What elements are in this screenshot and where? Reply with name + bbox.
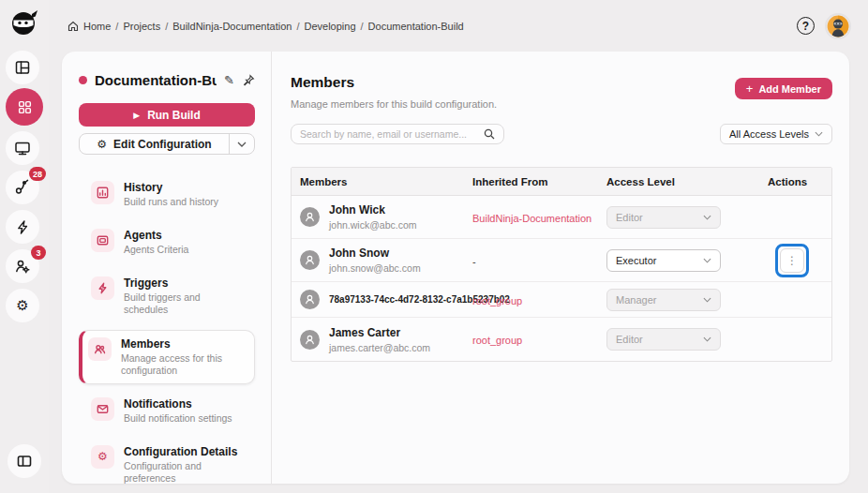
breadcrumb-item-documentation-build[interactable]: Documentation-Build bbox=[368, 21, 464, 32]
monitor-icon bbox=[14, 140, 31, 157]
config-sidebar: Documentation-Bu... ✎ ▶ Run Build ⚙ Edit… bbox=[62, 52, 272, 484]
edit-configuration-button: ⚙ Edit Configuration bbox=[79, 133, 255, 155]
home-icon bbox=[67, 21, 79, 32]
sidebar-item-configuration-details[interactable]: ⚙ Configuration Details Configuration an… bbox=[79, 438, 255, 484]
gear-icon: ⚙ bbox=[97, 139, 107, 150]
member-avatar bbox=[300, 207, 320, 227]
chevron-down-icon bbox=[703, 215, 711, 220]
search-input[interactable] bbox=[300, 128, 478, 140]
add-member-button[interactable]: + Add Member bbox=[735, 78, 832, 99]
rail-item-actions[interactable] bbox=[6, 210, 39, 244]
member-email: john.snow@abc.com bbox=[329, 262, 421, 274]
access-level-select: Editor bbox=[606, 206, 721, 229]
play-icon: ▶ bbox=[133, 111, 140, 120]
notification-badge: 3 bbox=[31, 246, 46, 260]
page-title: Members bbox=[291, 74, 497, 91]
inherited-from-link[interactable]: BuildNinja-Documentation bbox=[472, 213, 591, 224]
breadcrumb-item-buildninja-documentation[interactable]: BuildNinja-Documentation bbox=[172, 21, 292, 32]
table-row: John Wick john.wick@abc.com BuildNinja-D… bbox=[292, 196, 831, 239]
rail-item-dashboard[interactable] bbox=[6, 51, 39, 84]
table-row: James Carter james.carter@abc.com root_g… bbox=[292, 318, 831, 361]
inherited-from-link[interactable]: root_group bbox=[472, 335, 522, 346]
breadcrumb-separator: / bbox=[115, 21, 118, 32]
members-content: Members Manage members for this build co… bbox=[272, 52, 849, 484]
col-actions: Actions bbox=[768, 176, 831, 187]
edit-configuration-dropdown[interactable] bbox=[229, 134, 254, 154]
sidebar-item-agents[interactable]: Agents Agents Criteria bbox=[79, 221, 255, 263]
access-level-value: Executor bbox=[616, 255, 656, 266]
col-inherited-from: Inherited From bbox=[472, 176, 606, 187]
config-nav: History Build runs and history Agents Ag… bbox=[79, 173, 255, 484]
user-avatar[interactable] bbox=[827, 15, 849, 37]
page-subtitle: Manage members for this build configurat… bbox=[291, 98, 497, 110]
rail-item-users[interactable]: 3 bbox=[6, 249, 39, 283]
access-level-value: Editor bbox=[616, 334, 643, 345]
plus-icon: + bbox=[746, 82, 754, 96]
member-name: James Carter bbox=[329, 326, 430, 339]
rail-item-builds[interactable]: 28 bbox=[6, 171, 39, 204]
breadcrumb: Home/Projects/BuildNinja-Documentation/D… bbox=[67, 21, 464, 32]
breadcrumb-separator: / bbox=[165, 21, 168, 32]
topbar: Home/Projects/BuildNinja-Documentation/D… bbox=[49, 0, 868, 52]
config-title: Documentation-Bu... bbox=[95, 72, 217, 88]
ninja-logo[interactable] bbox=[8, 7, 40, 38]
members-table: Members Inherited From Access Level Acti… bbox=[291, 167, 832, 362]
member-name: John Wick bbox=[329, 203, 417, 217]
rail-item-settings[interactable]: ⚙ bbox=[6, 289, 39, 322]
access-level-value: Editor bbox=[616, 212, 643, 223]
config-icon: ⚙ bbox=[91, 445, 114, 469]
apps-grid-icon bbox=[17, 99, 33, 115]
help-button[interactable]: ? bbox=[797, 17, 815, 35]
user-gear-icon bbox=[14, 258, 31, 275]
notification-badge: 28 bbox=[29, 167, 46, 181]
access-level-select[interactable]: Executor bbox=[606, 249, 721, 272]
inherited-from-link: - bbox=[472, 256, 476, 267]
panel-toggle-icon bbox=[16, 453, 33, 470]
run-build-button[interactable]: ▶ Run Build bbox=[79, 103, 255, 127]
sidebar-item-notifications[interactable]: Notifications Build notification setting… bbox=[79, 390, 255, 432]
dashboard-icon bbox=[14, 59, 31, 76]
access-level-select: Editor bbox=[606, 328, 721, 351]
chevron-down-icon bbox=[703, 258, 711, 263]
notifications-icon bbox=[91, 397, 114, 421]
gear-icon: ⚙ bbox=[16, 297, 28, 314]
member-name: John Snow bbox=[329, 246, 421, 260]
breadcrumb-separator: / bbox=[361, 21, 364, 32]
member-avatar bbox=[300, 250, 320, 270]
edit-configuration-main[interactable]: ⚙ Edit Configuration bbox=[80, 134, 229, 154]
triggers-icon bbox=[91, 276, 114, 300]
bolt-icon bbox=[15, 219, 31, 235]
chevron-down-icon bbox=[703, 336, 711, 342]
edit-title-icon[interactable]: ✎ bbox=[224, 73, 234, 87]
access-level-value: Manager bbox=[616, 294, 656, 306]
pin-icon[interactable] bbox=[242, 74, 255, 87]
rail-item-projects[interactable] bbox=[6, 88, 43, 126]
members-icon bbox=[88, 337, 112, 361]
member-avatar bbox=[300, 330, 320, 350]
chevron-down-icon bbox=[703, 297, 711, 303]
search-box bbox=[291, 124, 504, 144]
inherited-from-link[interactable]: root_group bbox=[472, 295, 522, 306]
member-avatar bbox=[300, 290, 320, 309]
agents-icon bbox=[91, 229, 114, 252]
table-row: 78a97133-74cc-4d72-8132-c7a1b5237b02 roo… bbox=[292, 282, 831, 318]
chevron-down-icon bbox=[815, 131, 823, 137]
sidebar-item-triggers[interactable]: Triggers Build triggers and schedules bbox=[79, 269, 255, 323]
search-icon[interactable] bbox=[484, 128, 495, 140]
sidebar-item-history[interactable]: History Build runs and history bbox=[79, 173, 255, 216]
access-level-filter[interactable]: All Access Levels bbox=[720, 124, 832, 144]
breadcrumb-item-developing[interactable]: Developing bbox=[304, 21, 355, 32]
member-email: james.carter@abc.com bbox=[329, 342, 430, 353]
focus-highlight: ⋮ bbox=[775, 244, 809, 277]
breadcrumb-separator: / bbox=[296, 21, 299, 32]
table-header: Members Inherited From Access Level Acti… bbox=[292, 168, 831, 196]
breadcrumb-item-projects[interactable]: Projects bbox=[123, 21, 160, 32]
row-actions-menu-button[interactable]: ⋮ bbox=[780, 248, 804, 273]
rail-item-machines[interactable] bbox=[6, 131, 39, 165]
breadcrumb-item-home[interactable]: Home bbox=[83, 21, 111, 32]
col-members: Members bbox=[292, 176, 472, 187]
collapse-panel-button[interactable] bbox=[7, 444, 41, 478]
history-icon bbox=[91, 181, 114, 204]
app-rail: 283⚙ bbox=[0, 0, 49, 493]
sidebar-item-members[interactable]: Members Manage access for this configura… bbox=[79, 330, 255, 384]
